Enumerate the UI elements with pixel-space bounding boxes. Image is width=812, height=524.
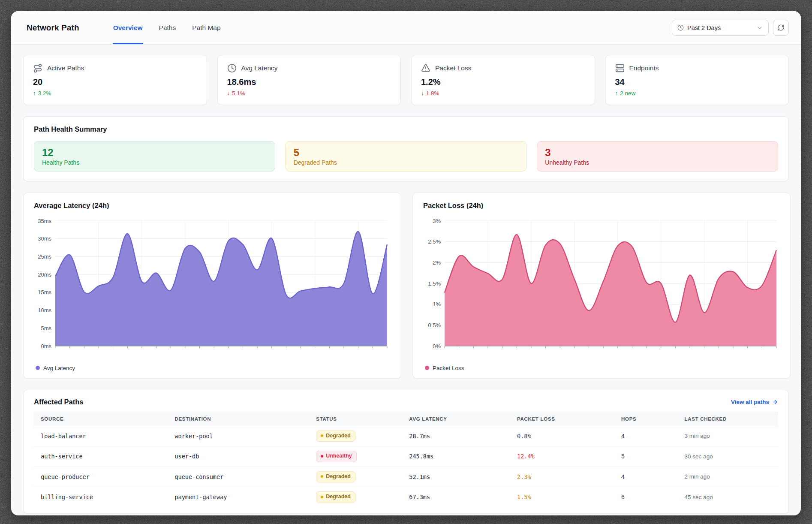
legend-dot-packet-loss (425, 366, 429, 370)
cell-avg-latency: 67.3ms (402, 487, 510, 507)
stat-delta-value: 2 new (620, 90, 635, 96)
app-header: Network Path OverviewPathsPath Map Past … (11, 11, 801, 45)
affected-paths-table: SOURCEDESTINATIONSTATUSAVG LATENCYPACKET… (34, 412, 778, 507)
view-all-paths-link[interactable]: View all paths (731, 399, 778, 405)
tab-path-map[interactable]: Path Map (192, 11, 221, 44)
cell-packet-loss: 12.4% (510, 446, 614, 467)
health-box-unhealthy-paths: 3Unhealthy Paths (537, 141, 778, 172)
column-header-source: SOURCE (34, 412, 168, 426)
cell-destination: payment-gateway (168, 487, 309, 507)
status-dot-icon (321, 434, 323, 437)
cell-destination: queue-consumer (168, 467, 309, 487)
health-summary-grid: 12Healthy Paths5Degraded Paths3Unhealthy… (34, 141, 778, 172)
column-header-destination: DESTINATION (168, 412, 309, 426)
status-badge: Degraded (316, 491, 355, 503)
cell-last-checked: 30 sec ago (678, 446, 778, 467)
cell-source: queue-producer (34, 467, 168, 487)
cell-packet-loss: 2.3% (510, 467, 614, 487)
alert-triangle-icon (421, 63, 430, 73)
health-summary-title: Path Health Summary (34, 125, 778, 133)
refresh-button[interactable] (773, 20, 789, 36)
status-label: Degraded (326, 473, 351, 481)
affected-paths-header: Affected Paths View all paths (34, 398, 778, 406)
cell-avg-latency: 52.1ms (402, 467, 510, 487)
column-header-status: STATUS (309, 412, 402, 426)
arrow-right-icon (772, 399, 778, 405)
svg-text:0ms: 0ms (41, 343, 51, 349)
column-header-avg-latency: AVG LATENCY (402, 412, 510, 426)
svg-text:1%: 1% (433, 301, 441, 307)
health-count: 5 (294, 147, 519, 159)
cell-packet-loss: 0.8% (510, 426, 614, 446)
time-range-select[interactable]: Past 2 Days (672, 20, 769, 36)
main-content: Active Paths20↑3.2%Avg Latency18.6ms↓5.1… (11, 45, 801, 514)
trend-up-icon: ↑ (33, 90, 36, 96)
legend-label-packet-loss: Packet Loss (433, 365, 464, 371)
avg-latency-area-chart: 0ms5ms10ms15ms20ms25ms30ms35ms (34, 214, 391, 360)
svg-text:1.5%: 1.5% (428, 280, 441, 286)
status-dot-icon (321, 455, 323, 458)
health-box-healthy-paths: 12Healthy Paths (34, 141, 275, 172)
svg-text:10ms: 10ms (38, 307, 51, 313)
status-badge: Degraded (316, 471, 355, 483)
table-row-queue-producer: queue-producerqueue-consumerDegraded52.1… (34, 467, 778, 487)
stat-card-endpoints: Endpoints34↑2 new (605, 55, 789, 105)
chart-title-packet-loss: Packet Loss (24h) (423, 202, 780, 210)
stat-delta: ↓5.1% (227, 90, 391, 96)
health-box-degraded-paths: 5Degraded Paths (286, 141, 527, 172)
health-count: 12 (42, 147, 267, 159)
tab-paths[interactable]: Paths (159, 11, 177, 44)
header-controls: Past 2 Days (672, 11, 789, 44)
stat-delta: ↓1.8% (421, 90, 585, 96)
cell-destination: user-db (168, 446, 309, 467)
table-row-load-balancer: load-balancerworker-poolDegraded28.7ms0.… (34, 426, 778, 446)
status-badge: Degraded (316, 431, 355, 442)
svg-text:35ms: 35ms (38, 217, 51, 224)
refresh-icon (777, 24, 785, 31)
svg-text:2.5%: 2.5% (428, 238, 441, 245)
health-label: Unhealthy Paths (545, 159, 770, 166)
chart-legend-latency: Avg Latency (34, 365, 391, 371)
trend-down-icon: ↓ (421, 90, 424, 96)
cell-last-checked: 2 min ago (678, 467, 778, 487)
app-window: Network Path OverviewPathsPath Map Past … (11, 11, 801, 515)
tab-overview[interactable]: Overview (113, 11, 143, 44)
stat-value: 20 (33, 77, 197, 87)
stat-value: 1.2% (421, 77, 585, 87)
trend-up-icon: ↑ (615, 90, 618, 96)
health-label: Healthy Paths (42, 159, 267, 166)
table-row-auth-service: auth-serviceuser-dbUnhealthy245.8ms12.4%… (34, 446, 778, 467)
packet-loss-chart-card: Packet Loss (24h) 0%0.5%1%1.5%2%2.5%3% P… (412, 193, 791, 379)
avg-latency-chart-card: Average Latency (24h) 0ms5ms10ms15ms20ms… (23, 193, 401, 379)
cell-avg-latency: 245.8ms (402, 446, 510, 467)
chevron-down-icon (756, 24, 763, 31)
table-body: load-balancerworker-poolDegraded28.7ms0.… (34, 426, 778, 507)
status-label: Degraded (326, 432, 351, 440)
stat-label: Active Paths (47, 64, 84, 72)
status-badge: Unhealthy (316, 451, 356, 462)
chart-title-latency: Average Latency (24h) (34, 202, 391, 210)
stat-value: 34 (615, 77, 779, 87)
clock-icon (227, 63, 237, 73)
svg-text:30ms: 30ms (38, 235, 51, 242)
cell-source: auth-service (34, 446, 168, 467)
column-header-packet-loss: PACKET LOSS (510, 412, 614, 426)
desktop-background: Network Path OverviewPathsPath Map Past … (0, 0, 812, 524)
legend-dot-avg-latency (36, 366, 40, 370)
stat-delta-value: 1.8% (426, 90, 439, 96)
path-health-summary-card: Path Health Summary 12Healthy Paths5Degr… (23, 116, 789, 181)
svg-text:20ms: 20ms (38, 271, 51, 277)
stats-row: Active Paths20↑3.2%Avg Latency18.6ms↓5.1… (23, 55, 789, 105)
cell-last-checked: 3 min ago (678, 426, 778, 446)
stat-value: 18.6ms (227, 77, 391, 87)
stat-label: Avg Latency (241, 64, 278, 72)
stat-delta: ↑3.2% (33, 90, 197, 96)
status-label: Degraded (326, 493, 351, 501)
cell-hops: 4 (614, 467, 678, 487)
svg-text:3%: 3% (433, 217, 441, 224)
cell-last-checked: 45 sec ago (678, 487, 778, 507)
column-header-last-checked: LAST CHECKED (678, 412, 778, 426)
status-label: Unhealthy (326, 452, 352, 460)
cell-avg-latency: 28.7ms (402, 426, 510, 446)
column-header-hops: HOPS (614, 412, 678, 426)
